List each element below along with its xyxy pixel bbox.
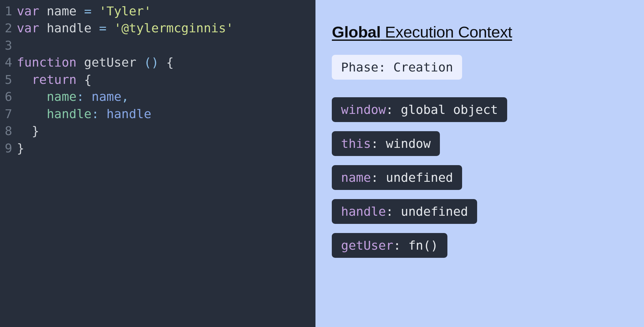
context-title-rest: Execution Context — [381, 23, 512, 41]
binding-row: window: global object — [332, 97, 631, 131]
code-line: 5 return { — [3, 71, 315, 88]
code-token: : — [91, 107, 106, 121]
code-token: handle — [47, 107, 91, 121]
binding-pill: this: window — [332, 131, 440, 156]
binding-row: this: window — [332, 131, 631, 165]
line-number: 8 — [3, 122, 12, 139]
code-token: } — [17, 141, 24, 155]
code-token: name — [39, 4, 84, 18]
binding-row: getUser: fn() — [332, 233, 631, 267]
line-number: 4 — [3, 54, 12, 71]
binding-pill: handle: undefined — [332, 199, 477, 224]
code-token: { — [77, 72, 92, 87]
code-token: name — [47, 89, 77, 104]
binding-colon: : — [371, 136, 386, 151]
line-number: 1 — [3, 3, 12, 20]
line-number: 9 — [3, 140, 12, 157]
binding-row: name: undefined — [332, 165, 631, 199]
code-token: handle — [39, 21, 99, 35]
execution-context-panel: Global Execution Context Phase: Creation… — [315, 0, 644, 327]
binding-value: undefined — [401, 204, 468, 219]
binding-pill: window: global object — [332, 97, 507, 122]
context-title-bold: Global — [332, 23, 380, 41]
code-line: 9} — [3, 140, 315, 157]
binding-colon: : — [386, 102, 401, 117]
phase-badge: Phase: Creation — [332, 55, 462, 80]
binding-key: getUser — [341, 238, 393, 253]
phase-value: Creation — [393, 60, 453, 74]
code-line: 1var name = 'Tyler' — [3, 3, 315, 20]
binding-key: handle — [341, 204, 386, 219]
binding-value: undefined — [386, 170, 453, 185]
code-token: { — [159, 55, 174, 70]
binding-colon: : — [393, 238, 408, 253]
code-token: return — [32, 72, 76, 87]
binding-key: name — [341, 170, 371, 185]
code-token — [17, 89, 47, 104]
code-token: '@tylermcginnis' — [114, 21, 233, 35]
line-number: 7 — [3, 105, 12, 122]
code-token: getUser — [76, 55, 144, 70]
code-token: = — [84, 4, 99, 18]
binding-pill: name: undefined — [332, 165, 462, 190]
binding-value: global object — [401, 102, 498, 117]
line-number: 2 — [3, 20, 12, 37]
line-number: 6 — [3, 88, 12, 105]
binding-row: handle: undefined — [332, 199, 631, 233]
code-token: 'Tyler' — [99, 4, 151, 18]
binding-value: window — [386, 136, 431, 151]
code-token: handle — [106, 107, 151, 121]
binding-value: fn() — [408, 238, 438, 253]
phase-label: Phase: — [341, 60, 393, 74]
binding-colon: : — [371, 170, 386, 185]
code-token: : — [76, 89, 91, 104]
code-line: 8 } — [3, 122, 315, 139]
code-token: name — [91, 89, 121, 104]
binding-key: this — [341, 136, 371, 151]
code-line: 6 name: name, — [3, 88, 315, 105]
line-number: 5 — [3, 71, 12, 88]
code-token: } — [17, 124, 39, 138]
binding-colon: : — [386, 204, 401, 219]
binding-pill: getUser: fn() — [332, 233, 447, 258]
code-editor: 1var name = 'Tyler'2var handle = '@tyler… — [0, 0, 315, 327]
code-token: = — [99, 21, 114, 35]
code-line: 7 handle: handle — [3, 105, 315, 122]
code-line: 4function getUser () { — [3, 54, 315, 71]
context-title: Global Execution Context — [332, 23, 631, 41]
code-line: 2var handle = '@tylermcginnis' — [3, 20, 315, 37]
code-token: var — [17, 4, 39, 18]
bindings-list: window: global objectthis: windowname: u… — [332, 97, 631, 267]
code-token: var — [17, 21, 39, 35]
line-number: 3 — [3, 37, 12, 54]
code-token — [17, 72, 32, 87]
code-token — [17, 107, 47, 121]
code-token: () — [144, 55, 159, 70]
code-token: , — [121, 89, 129, 104]
binding-key: window — [341, 102, 386, 117]
code-line: 3 — [3, 37, 315, 54]
code-token: function — [17, 55, 76, 70]
